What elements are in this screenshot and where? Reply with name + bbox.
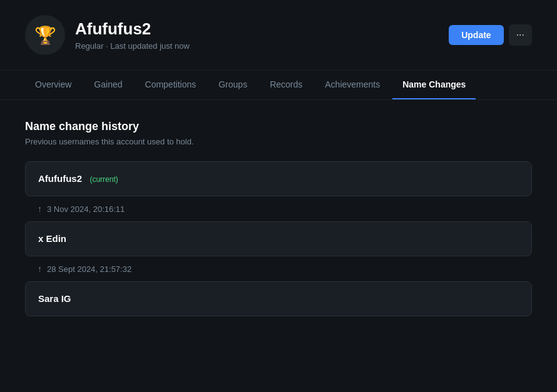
timestamp-2: 28 Sept 2024, 21:57:32 <box>47 264 131 274</box>
timestamp-row-1: ↑ 3 Nov 2024, 20:16:11 <box>25 196 532 221</box>
tab-groups[interactable]: Groups <box>208 71 257 99</box>
user-info: Afufufus2 Regular · Last updated just no… <box>75 19 449 51</box>
tab-overview[interactable]: Overview <box>25 71 81 99</box>
nav-tabs: Overview Gained Competitions Groups Reco… <box>0 71 557 100</box>
update-button[interactable]: Update <box>449 25 503 45</box>
name-text-2: x Edin <box>38 233 66 244</box>
tab-gained[interactable]: Gained <box>84 71 132 99</box>
main-content: Name change history Previous usernames t… <box>0 100 557 336</box>
tab-competitions[interactable]: Competitions <box>135 71 207 99</box>
trophy-icon: 🏆 <box>34 25 56 46</box>
timestamp-1: 3 Nov 2024, 20:16:11 <box>47 204 125 214</box>
name-text-3: Sara IG <box>38 293 71 304</box>
tab-records[interactable]: Records <box>260 71 312 99</box>
avatar: 🏆 <box>25 15 65 55</box>
user-meta: Regular · Last updated just now <box>75 41 449 51</box>
arrow-up-icon-2: ↑ <box>38 264 42 274</box>
section-title: Name change history <box>25 120 532 133</box>
timestamp-row-2: ↑ 28 Sept 2024, 21:57:32 <box>25 256 532 281</box>
section-subtitle: Previous usernames this account used to … <box>25 137 532 146</box>
name-card-2: x Edin <box>25 221 532 256</box>
more-button[interactable]: ··· <box>509 24 532 46</box>
current-badge: (current) <box>89 175 118 184</box>
tab-name-changes[interactable]: Name Changes <box>392 71 476 99</box>
name-text-current: Afufufus2 <box>38 173 82 184</box>
name-card-current: Afufufus2 (current) <box>25 161 532 196</box>
page-header: 🏆 Afufufus2 Regular · Last updated just … <box>0 0 557 71</box>
name-card-3: Sara IG <box>25 281 532 316</box>
tab-achievements[interactable]: Achievements <box>315 71 390 99</box>
username: Afufufus2 <box>75 19 449 39</box>
arrow-up-icon-1: ↑ <box>38 204 42 214</box>
header-actions: Update ··· <box>449 24 532 46</box>
